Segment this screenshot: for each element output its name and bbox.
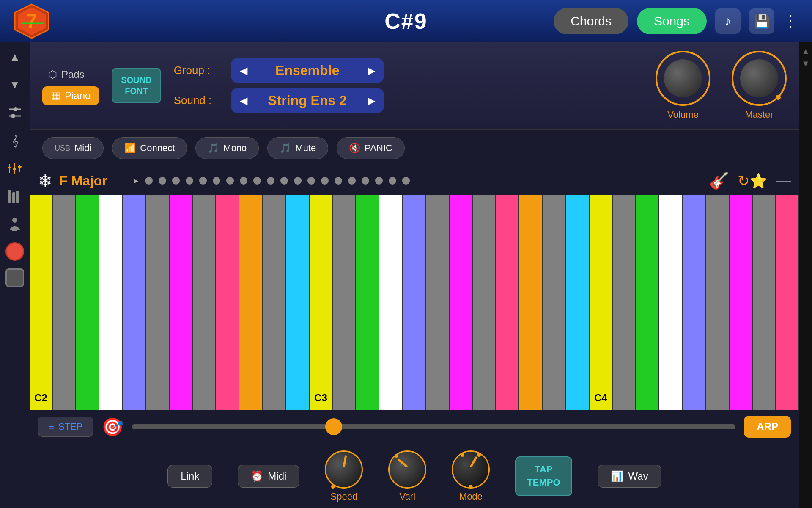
piano-key-g2[interactable] <box>193 195 216 410</box>
group-selector[interactable]: ◀ Ensemble ▶ <box>231 58 384 83</box>
metronome-icon[interactable]: 🎯 <box>102 417 123 437</box>
piano-key-e4[interactable] <box>683 195 706 410</box>
piano-key-a2[interactable] <box>239 195 263 410</box>
piano-area[interactable]: C2C3C4 <box>30 195 799 410</box>
pads-button[interactable]: ⬡ Pads <box>42 66 99 83</box>
mute-button[interactable]: 🎵 Mute <box>267 137 328 159</box>
piano-key-f2[interactable] <box>146 195 170 410</box>
piano-key-fs2[interactable] <box>170 195 193 410</box>
sidebar-sliders-icon[interactable] <box>5 158 25 179</box>
arp-button[interactable]: ARP <box>744 416 791 438</box>
link-button[interactable]: Link <box>167 465 212 488</box>
sidebar-person-icon[interactable] <box>5 214 25 235</box>
tempo-slider-thumb[interactable] <box>325 418 342 435</box>
songs-button[interactable]: Songs <box>637 8 707 34</box>
midi-button[interactable]: USB Midi <box>42 137 104 159</box>
chord-dot[interactable] <box>226 177 234 185</box>
more-options-button[interactable]: ⋮ <box>783 12 799 30</box>
mode-knob[interactable] <box>452 450 490 489</box>
chord-dot[interactable] <box>145 177 153 185</box>
chord-dot[interactable] <box>335 177 342 185</box>
chord-dot[interactable] <box>375 177 383 185</box>
group-next-button[interactable]: ▶ <box>368 65 375 77</box>
step-button[interactable]: ≡ STEP <box>38 417 93 437</box>
chord-dot[interactable] <box>213 177 220 185</box>
chord-dot[interactable] <box>294 177 302 185</box>
chord-dot[interactable] <box>267 177 274 185</box>
piano-key-f4[interactable] <box>706 195 730 410</box>
tempo-slider[interactable] <box>132 424 735 429</box>
piano-key-c3[interactable]: C3 <box>310 195 333 410</box>
chord-dot[interactable] <box>240 177 247 185</box>
scroll-up-arrow[interactable]: ▲ <box>801 47 810 56</box>
refresh-icon[interactable]: ↻⭐ <box>738 172 767 189</box>
group-prev-button[interactable]: ◀ <box>240 65 247 77</box>
vari-knob[interactable] <box>388 450 426 489</box>
piano-key-c2[interactable]: C2 <box>30 195 53 410</box>
chord-dot[interactable] <box>348 177 356 185</box>
chord-dot[interactable] <box>253 177 261 185</box>
chord-snowflake-icon[interactable]: ❄ <box>38 171 52 190</box>
piano-key-d2[interactable] <box>76 195 99 410</box>
piano-key-g3[interactable] <box>473 195 496 410</box>
piano-key-cs4[interactable] <box>613 195 636 410</box>
piano-key-g4[interactable] <box>753 195 776 410</box>
sidebar-record-button[interactable] <box>5 242 24 261</box>
piano-button[interactable]: ▦ Piano <box>42 86 99 105</box>
piano-key-gs3[interactable] <box>496 195 519 410</box>
piano-key-fs3[interactable] <box>450 195 473 410</box>
chord-dot[interactable] <box>402 177 410 185</box>
piano-key-gs4[interactable] <box>776 195 799 410</box>
panic-button[interactable]: 🔇 PANIC <box>337 137 405 159</box>
sound-font-button[interactable]: SOUNDFONT <box>112 68 161 103</box>
scroll-down-arrow[interactable]: ▼ <box>801 59 810 69</box>
chords-button[interactable]: Chords <box>554 8 628 34</box>
app-logo[interactable]: 7 <box>13 2 51 40</box>
chord-dot[interactable] <box>159 177 166 185</box>
piano-key-fs4[interactable] <box>730 195 753 410</box>
chord-dot[interactable] <box>307 177 315 185</box>
guitar-icon[interactable]: 🎸 <box>709 171 729 190</box>
piano-key-b3[interactable] <box>566 195 590 410</box>
wav-button[interactable]: 📊 Wav <box>598 465 661 488</box>
tap-tempo-button[interactable]: TAPTEMPO <box>515 456 572 496</box>
sound-next-button[interactable]: ▶ <box>368 95 375 107</box>
piano-key-gs2[interactable] <box>216 195 239 410</box>
chord-dot[interactable] <box>280 177 288 185</box>
sidebar-stop-button[interactable] <box>5 268 24 287</box>
piano-key-ds4[interactable] <box>659 195 683 410</box>
piano-key-as2[interactable] <box>263 195 286 410</box>
piano-key-c4[interactable]: C4 <box>590 195 613 410</box>
chord-dot[interactable] <box>362 177 369 185</box>
sidebar-down-arrow[interactable]: ▼ <box>5 75 25 95</box>
piano-key-cs3[interactable] <box>333 195 356 410</box>
master-knob[interactable] <box>732 51 787 106</box>
piano-key-e2[interactable] <box>123 195 146 410</box>
sidebar-clef-icon[interactable]: 𝄞 <box>5 130 25 151</box>
chord-dot[interactable] <box>321 177 329 185</box>
piano-key-d3[interactable] <box>356 195 379 410</box>
right-scrollbar[interactable]: ▲ ▼ <box>799 42 812 508</box>
piano-key-f3[interactable] <box>426 195 450 410</box>
piano-key-b2[interactable] <box>286 195 310 410</box>
chord-dot[interactable] <box>172 177 180 185</box>
sound-selector[interactable]: ◀ String Ens 2 ▶ <box>231 88 384 113</box>
chord-dot[interactable] <box>186 177 193 185</box>
save-button[interactable]: 💾 <box>749 8 774 34</box>
sound-prev-button[interactable]: ◀ <box>240 95 247 107</box>
volume-knob[interactable] <box>656 51 710 106</box>
speed-knob[interactable] <box>325 450 363 489</box>
piano-key-as3[interactable] <box>543 195 566 410</box>
chord-dot[interactable] <box>389 177 396 185</box>
chord-minus-button[interactable]: — <box>776 172 791 190</box>
piano-key-a3[interactable] <box>519 195 543 410</box>
sidebar-tune-icon[interactable] <box>5 102 25 123</box>
piano-key-cs2[interactable] <box>53 195 76 410</box>
sidebar-up-arrow[interactable]: ▲ <box>5 47 25 67</box>
music-note-button[interactable]: ♪ <box>715 8 741 34</box>
piano-key-ds3[interactable] <box>379 195 403 410</box>
piano-key-ds2[interactable] <box>99 195 123 410</box>
sidebar-grid-icon[interactable] <box>5 186 25 207</box>
chord-dot[interactable] <box>199 177 207 185</box>
piano-key-d4[interactable] <box>636 195 659 410</box>
